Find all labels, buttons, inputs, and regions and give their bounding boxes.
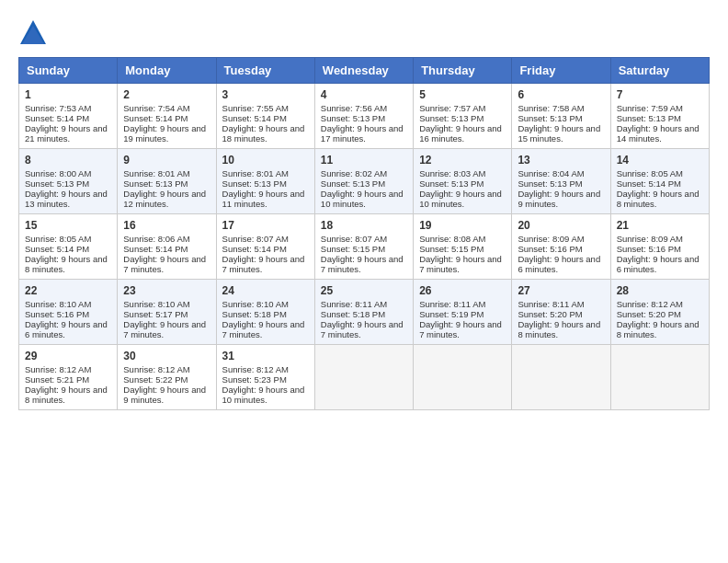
calendar-cell: 14Sunrise: 8:05 AMSunset: 5:14 PMDayligh… (610, 149, 709, 214)
calendar-cell: 18Sunrise: 8:07 AMSunset: 5:15 PMDayligh… (314, 214, 413, 280)
day-number: 18 (321, 219, 407, 232)
calendar-cell: 9Sunrise: 8:01 AMSunset: 5:13 PMDaylight… (118, 149, 216, 214)
day-info: Sunrise: 8:10 AMSunset: 5:18 PMDaylight:… (222, 299, 305, 339)
calendar-cell: 31Sunrise: 8:12 AMSunset: 5:23 PMDayligh… (216, 345, 314, 410)
day-info: Sunrise: 8:12 AMSunset: 5:21 PMDaylight:… (25, 364, 108, 405)
weekday-header-row: SundayMondayTuesdayWednesdayThursdayFrid… (19, 58, 710, 84)
logo-icon (18, 18, 48, 48)
day-number: 30 (123, 350, 210, 362)
day-number: 15 (25, 219, 111, 232)
day-info: Sunrise: 8:00 AMSunset: 5:13 PMDaylight:… (25, 168, 108, 209)
day-number: 26 (419, 284, 506, 297)
calendar-cell: 27Sunrise: 8:11 AMSunset: 5:20 PMDayligh… (512, 280, 610, 345)
day-info: Sunrise: 7:57 AMSunset: 5:13 PMDaylight:… (419, 103, 502, 144)
calendar-table: SundayMondayTuesdayWednesdayThursdayFrid… (18, 57, 710, 410)
calendar-cell: 20Sunrise: 8:09 AMSunset: 5:16 PMDayligh… (512, 214, 610, 280)
day-number: 8 (25, 154, 111, 167)
day-number: 31 (222, 350, 309, 362)
week-row-3: 15Sunrise: 8:05 AMSunset: 5:14 PMDayligh… (19, 214, 710, 280)
day-info: Sunrise: 8:07 AMSunset: 5:15 PMDaylight:… (321, 234, 404, 274)
day-number: 17 (222, 219, 309, 232)
day-number: 19 (419, 219, 506, 232)
day-info: Sunrise: 8:03 AMSunset: 5:13 PMDaylight:… (419, 168, 502, 209)
calendar-cell: 25Sunrise: 8:11 AMSunset: 5:18 PMDayligh… (314, 280, 413, 345)
day-info: Sunrise: 7:59 AMSunset: 5:13 PMDaylight:… (617, 103, 700, 144)
calendar-cell (512, 345, 610, 410)
calendar-cell: 7Sunrise: 7:59 AMSunset: 5:13 PMDaylight… (610, 84, 709, 149)
week-row-1: 1Sunrise: 7:53 AMSunset: 5:14 PMDaylight… (19, 84, 710, 149)
weekday-header-monday: Monday (118, 58, 216, 84)
day-info: Sunrise: 8:12 AMSunset: 5:23 PMDaylight:… (222, 364, 305, 405)
calendar-cell: 30Sunrise: 8:12 AMSunset: 5:22 PMDayligh… (118, 345, 216, 410)
weekday-header-friday: Friday (512, 58, 610, 84)
day-number: 25 (321, 284, 407, 297)
day-info: Sunrise: 8:05 AMSunset: 5:14 PMDaylight:… (617, 168, 700, 209)
week-row-2: 8Sunrise: 8:00 AMSunset: 5:13 PMDaylight… (19, 149, 710, 214)
day-info: Sunrise: 8:11 AMSunset: 5:20 PMDaylight:… (518, 299, 600, 339)
day-number: 16 (123, 219, 210, 232)
calendar-cell: 3Sunrise: 7:55 AMSunset: 5:14 PMDaylight… (216, 84, 314, 149)
weekday-header-saturday: Saturday (610, 58, 709, 84)
day-info: Sunrise: 8:11 AMSunset: 5:19 PMDaylight:… (419, 299, 502, 339)
day-number: 13 (518, 154, 604, 167)
calendar-cell: 5Sunrise: 7:57 AMSunset: 5:13 PMDaylight… (414, 84, 512, 149)
day-info: Sunrise: 8:10 AMSunset: 5:17 PMDaylight:… (123, 299, 206, 339)
day-info: Sunrise: 7:58 AMSunset: 5:13 PMDaylight:… (518, 103, 600, 144)
day-number: 10 (222, 154, 309, 167)
calendar-cell: 23Sunrise: 8:10 AMSunset: 5:17 PMDayligh… (118, 280, 216, 345)
calendar-cell: 6Sunrise: 7:58 AMSunset: 5:13 PMDaylight… (512, 84, 610, 149)
calendar-cell: 12Sunrise: 8:03 AMSunset: 5:13 PMDayligh… (414, 149, 512, 214)
day-number: 3 (222, 88, 309, 101)
day-number: 2 (123, 88, 210, 101)
day-number: 24 (222, 284, 309, 297)
weekday-header-sunday: Sunday (19, 58, 118, 84)
day-info: Sunrise: 8:01 AMSunset: 5:13 PMDaylight:… (123, 168, 206, 209)
calendar-cell: 16Sunrise: 8:06 AMSunset: 5:14 PMDayligh… (118, 214, 216, 280)
calendar-cell: 24Sunrise: 8:10 AMSunset: 5:18 PMDayligh… (216, 280, 314, 345)
day-info: Sunrise: 8:08 AMSunset: 5:15 PMDaylight:… (419, 234, 502, 274)
week-row-5: 29Sunrise: 8:12 AMSunset: 5:21 PMDayligh… (19, 345, 710, 410)
day-number: 6 (518, 88, 604, 101)
weekday-header-tuesday: Tuesday (216, 58, 314, 84)
day-number: 1 (25, 88, 111, 101)
day-info: Sunrise: 8:07 AMSunset: 5:14 PMDaylight:… (222, 234, 305, 274)
day-number: 5 (419, 88, 506, 101)
day-info: Sunrise: 8:10 AMSunset: 5:16 PMDaylight:… (25, 299, 108, 339)
day-info: Sunrise: 7:54 AMSunset: 5:14 PMDaylight:… (123, 103, 206, 144)
logo (18, 18, 53, 48)
page-header (18, 18, 710, 48)
day-info: Sunrise: 7:53 AMSunset: 5:14 PMDaylight:… (25, 103, 108, 144)
calendar-cell: 29Sunrise: 8:12 AMSunset: 5:21 PMDayligh… (19, 345, 118, 410)
calendar-cell: 13Sunrise: 8:04 AMSunset: 5:13 PMDayligh… (512, 149, 610, 214)
day-info: Sunrise: 7:56 AMSunset: 5:13 PMDaylight:… (321, 103, 404, 144)
day-number: 11 (321, 154, 407, 167)
day-number: 21 (617, 219, 703, 232)
calendar-cell: 28Sunrise: 8:12 AMSunset: 5:20 PMDayligh… (610, 280, 709, 345)
weekday-header-thursday: Thursday (414, 58, 512, 84)
day-number: 9 (123, 154, 210, 167)
day-number: 7 (617, 88, 703, 101)
calendar-cell: 1Sunrise: 7:53 AMSunset: 5:14 PMDaylight… (19, 84, 118, 149)
week-row-4: 22Sunrise: 8:10 AMSunset: 5:16 PMDayligh… (19, 280, 710, 345)
day-info: Sunrise: 8:12 AMSunset: 5:20 PMDaylight:… (617, 299, 700, 339)
calendar-cell: 21Sunrise: 8:09 AMSunset: 5:16 PMDayligh… (610, 214, 709, 280)
day-info: Sunrise: 8:04 AMSunset: 5:13 PMDaylight:… (518, 168, 600, 209)
day-info: Sunrise: 8:01 AMSunset: 5:13 PMDaylight:… (222, 168, 305, 209)
day-number: 4 (321, 88, 407, 101)
calendar-cell: 10Sunrise: 8:01 AMSunset: 5:13 PMDayligh… (216, 149, 314, 214)
day-info: Sunrise: 7:55 AMSunset: 5:14 PMDaylight:… (222, 103, 305, 144)
calendar-cell: 15Sunrise: 8:05 AMSunset: 5:14 PMDayligh… (19, 214, 118, 280)
calendar-cell (314, 345, 413, 410)
day-info: Sunrise: 8:02 AMSunset: 5:13 PMDaylight:… (321, 168, 404, 209)
calendar-cell: 8Sunrise: 8:00 AMSunset: 5:13 PMDaylight… (19, 149, 118, 214)
day-number: 20 (518, 219, 604, 232)
day-number: 29 (25, 350, 111, 362)
calendar-cell: 17Sunrise: 8:07 AMSunset: 5:14 PMDayligh… (216, 214, 314, 280)
calendar-cell (610, 345, 709, 410)
calendar-cell: 26Sunrise: 8:11 AMSunset: 5:19 PMDayligh… (414, 280, 512, 345)
calendar-cell: 11Sunrise: 8:02 AMSunset: 5:13 PMDayligh… (314, 149, 413, 214)
day-info: Sunrise: 8:06 AMSunset: 5:14 PMDaylight:… (123, 234, 206, 274)
calendar-cell: 22Sunrise: 8:10 AMSunset: 5:16 PMDayligh… (19, 280, 118, 345)
calendar-cell: 19Sunrise: 8:08 AMSunset: 5:15 PMDayligh… (414, 214, 512, 280)
day-info: Sunrise: 8:05 AMSunset: 5:14 PMDaylight:… (25, 234, 108, 274)
